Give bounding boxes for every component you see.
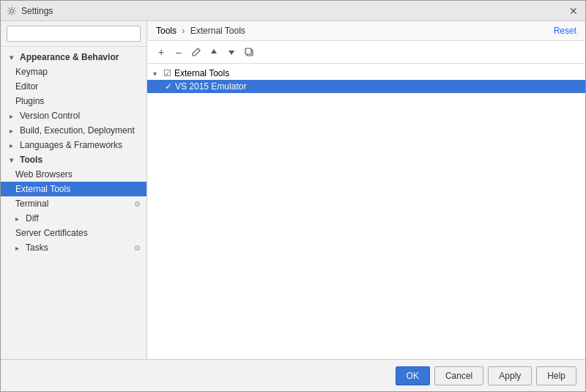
arrow-appearance: ▾ (10, 53, 17, 62)
breadcrumb-current: External Tools (190, 26, 245, 36)
title-bar: Settings ✕ (1, 1, 585, 21)
help-button[interactable]: Help (536, 366, 576, 385)
tree-child-vs2015[interactable]: ✓ VS 2015 Emulator (147, 80, 585, 93)
tree-expand-arrow: ▾ (153, 70, 160, 78)
breadcrumb-separator: › (182, 26, 185, 36)
sidebar-item-label-editor: Editor (15, 81, 38, 92)
reset-link[interactable]: Reset (554, 26, 576, 36)
sidebar-item-label-tools: Tools (20, 155, 42, 165)
group-check-icon: ☑ (163, 68, 171, 78)
terminal-config-icon: ⚙ (134, 200, 141, 208)
toolbar: + – (147, 41, 585, 64)
window-title: Settings (21, 6, 53, 16)
sidebar-item-keymap[interactable]: Keymap (1, 64, 146, 79)
sidebar-item-plugins[interactable]: Plugins (1, 94, 146, 108)
main-panel: Tools › External Tools Reset + – (147, 21, 585, 359)
edit-button[interactable] (188, 44, 204, 60)
search-input[interactable] (7, 26, 141, 42)
down-arrow-icon (227, 48, 236, 56)
edit-icon (191, 47, 201, 57)
cancel-button[interactable]: Cancel (434, 366, 483, 385)
sidebar-item-languages[interactable]: ▸ Languages & Frameworks (1, 138, 146, 152)
close-button[interactable]: ✕ (568, 5, 579, 17)
svg-point-0 (10, 9, 14, 12)
tree-child-label: VS 2015 Emulator (175, 81, 246, 92)
sidebar-item-label-ext: External Tools (15, 184, 70, 194)
sidebar-item-label-build: Build, Execution, Deployment (20, 125, 135, 136)
sidebar-item-web-browsers[interactable]: Web Browsers (1, 167, 146, 182)
settings-icon (7, 6, 17, 16)
sidebar-item-tasks[interactable]: ▸ Tasks ⚙ (1, 240, 146, 255)
sidebar-item-external-tools[interactable]: External Tools (1, 182, 146, 196)
sidebar-item-diff[interactable]: ▸ Diff (1, 211, 146, 226)
copy-button[interactable] (241, 44, 257, 60)
sidebar-item-label-keymap: Keymap (15, 67, 48, 77)
sidebar-item-label-certs: Server Certificates (15, 228, 88, 238)
sidebar-item-label-diff: Diff (26, 213, 39, 223)
arrow-tasks: ▸ (15, 244, 23, 252)
title-bar-left: Settings (7, 6, 53, 16)
tree-panel: ▾ ☑ External Tools ✓ VS 2015 Emulator (147, 64, 585, 359)
sidebar-item-label-vc: Version Control (20, 111, 80, 121)
sidebar-item-label-tasks: Tasks (26, 243, 48, 253)
copy-icon (245, 48, 254, 57)
apply-button[interactable]: Apply (488, 366, 532, 385)
tree-group-label: External Tools (174, 68, 229, 78)
sidebar-item-tools[interactable]: ▾ Tools (1, 152, 146, 167)
ok-button[interactable]: OK (396, 366, 430, 385)
search-box (1, 21, 146, 47)
child-check-icon: ✓ (165, 81, 172, 92)
sidebar-item-server-certs[interactable]: Server Certificates (1, 226, 146, 240)
arrow-diff: ▸ (15, 215, 23, 223)
up-arrow-icon (209, 48, 218, 56)
breadcrumb-parent: Tools (156, 26, 177, 36)
sidebar-item-build[interactable]: ▸ Build, Execution, Deployment (1, 123, 146, 138)
add-button[interactable]: + (153, 44, 169, 60)
arrow-build: ▸ (10, 127, 17, 135)
remove-button[interactable]: – (171, 44, 187, 60)
svg-rect-2 (245, 48, 251, 54)
sidebar-item-label-terminal: Terminal (15, 199, 48, 209)
move-down-button[interactable] (223, 44, 240, 60)
arrow-lang: ▸ (10, 141, 17, 149)
settings-window: Settings ✕ ▾ Appearance & Behavior Keyma… (0, 0, 586, 392)
nav-tree: ▾ Appearance & Behavior Keymap Editor Pl… (1, 47, 146, 359)
breadcrumb: Tools › External Tools (156, 26, 245, 36)
sidebar-item-terminal[interactable]: Terminal ⚙ (1, 196, 146, 211)
sidebar-item-label-appearance: Appearance & Behavior (20, 52, 119, 62)
sidebar-item-label-plugins: Plugins (15, 96, 44, 106)
tree-group-external-tools[interactable]: ▾ ☑ External Tools (147, 67, 585, 80)
sidebar: ▾ Appearance & Behavior Keymap Editor Pl… (1, 21, 147, 359)
sidebar-item-label-web: Web Browsers (15, 169, 73, 180)
breadcrumb-bar: Tools › External Tools Reset (147, 21, 585, 41)
arrow-vc: ▸ (10, 112, 17, 120)
tasks-config-icon: ⚙ (134, 244, 141, 252)
sidebar-item-version-control[interactable]: ▸ Version Control (1, 108, 146, 123)
sidebar-item-appearance[interactable]: ▾ Appearance & Behavior (1, 50, 146, 64)
sidebar-item-label-lang: Languages & Frameworks (20, 140, 122, 150)
move-up-button[interactable] (206, 44, 222, 60)
content-area: ▾ Appearance & Behavior Keymap Editor Pl… (1, 21, 585, 359)
arrow-tools: ▾ (10, 156, 17, 164)
footer: OK Cancel Apply Help (1, 359, 585, 391)
sidebar-item-editor[interactable]: Editor (1, 79, 146, 94)
